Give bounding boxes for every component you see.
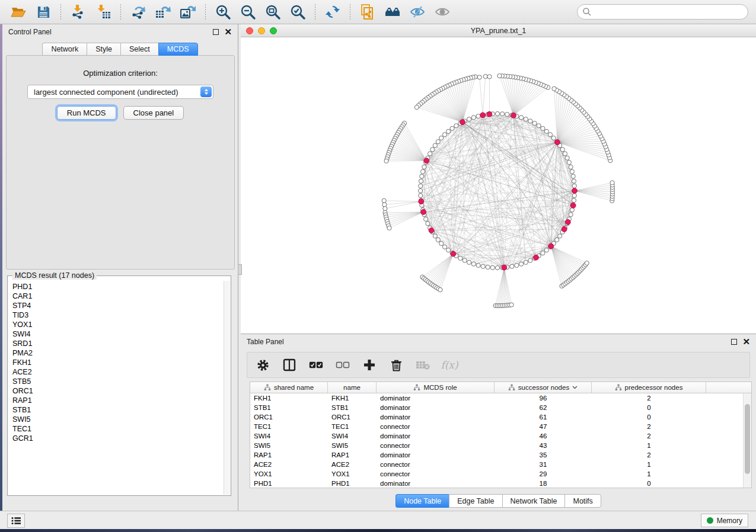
table-row[interactable]: STB1STB1dominator620 [250, 403, 743, 412]
close-panel-button[interactable]: Close panel [123, 106, 184, 120]
node-table-body[interactable]: FKH1FKH1dominator962STB1STB1dominator620… [250, 393, 743, 488]
show-columns-icon[interactable] [282, 358, 296, 372]
mcds-result-item[interactable]: SWI4 [12, 329, 224, 339]
import-table-icon[interactable] [94, 3, 112, 21]
tab-node-table[interactable]: Node Table [395, 494, 449, 508]
add-row-icon[interactable] [362, 358, 377, 372]
table-row[interactable]: YOX1YOX1connector291 [250, 469, 743, 479]
cell-successor-nodes: 46 [495, 432, 592, 440]
cell-shared-name: ACE2 [250, 461, 328, 468]
table-scrollbar-thumb[interactable] [745, 404, 750, 474]
new-network-from-selection-icon[interactable] [359, 3, 377, 21]
table-row[interactable]: ACE2ACE2connector311 [250, 460, 743, 469]
close-table-panel-icon[interactable]: ✕ [742, 339, 750, 345]
zoom-in-icon[interactable] [214, 3, 232, 21]
mcds-result-item[interactable]: CAR1 [12, 291, 224, 301]
control-panel-title: Control Panel [8, 28, 52, 36]
mcds-result-item[interactable]: ORC1 [12, 386, 224, 396]
zoom-fit-icon[interactable] [264, 3, 282, 21]
zoom-selected-icon[interactable] [289, 3, 307, 21]
export-table-icon[interactable] [154, 3, 172, 21]
find-icon[interactable] [384, 3, 401, 21]
mcds-result-item[interactable]: STP4 [12, 301, 224, 310]
mcds-result-item[interactable]: SRD1 [12, 339, 224, 348]
tab-style[interactable]: Style [87, 43, 120, 56]
tab-mcds[interactable]: MCDS [158, 43, 198, 56]
mcds-result-item[interactable]: ACE2 [12, 367, 224, 377]
refresh-layout-icon[interactable] [324, 3, 342, 21]
cell-shared-name: SWI5 [250, 442, 328, 449]
mcds-result-item[interactable]: STB5 [12, 377, 224, 386]
cell-name: FKH1 [328, 395, 377, 402]
table-row[interactable]: RAP1RAP1dominator352 [250, 450, 743, 460]
table-row[interactable]: ORC1ORC1dominator610 [250, 412, 743, 422]
table-row[interactable]: SWI5SWI5connector431 [250, 441, 743, 450]
status-bar: Memory [0, 511, 756, 529]
search-field[interactable] [577, 4, 748, 20]
column-header-predecessor-nodes[interactable]: predecessor nodes [592, 382, 706, 393]
settings-gear-icon[interactable] [256, 358, 270, 372]
mcds-result-item[interactable]: SWI5 [12, 415, 224, 424]
mcds-result-item[interactable]: PHD1 [12, 282, 224, 291]
mcds-result-list[interactable]: PHD1CAR1STP4TID3YOX1SWI4SRD1PMA2FKH1ACE2… [8, 281, 224, 495]
network-canvas[interactable] [241, 37, 756, 334]
run-mcds-button[interactable]: Run MCDS [57, 106, 116, 120]
save-session-icon[interactable] [34, 3, 52, 21]
cell-shared-name: FKH1 [250, 395, 328, 402]
tab-select[interactable]: Select [120, 43, 158, 56]
mcds-result-item[interactable]: GCR1 [12, 434, 224, 443]
show-all-icon[interactable] [433, 3, 451, 21]
memory-button[interactable]: Memory [701, 514, 748, 527]
table-panel: Table Panel ✕ f(x) shared namenameMCDS [241, 334, 756, 511]
mcds-result-item[interactable]: FKH1 [12, 358, 224, 367]
table-row[interactable]: PHD1PHD1dominator180 [250, 479, 743, 488]
import-network-icon[interactable] [69, 3, 87, 21]
column-header-name[interactable]: name [328, 382, 377, 393]
float-table-panel-icon[interactable] [731, 339, 737, 345]
cell-shared-name: RAP1 [250, 451, 328, 459]
tab-motifs[interactable]: Motifs [564, 494, 601, 508]
mcds-result-item[interactable]: TEC1 [12, 424, 224, 434]
open-file-icon[interactable] [9, 3, 27, 21]
tab-edge-table[interactable]: Edge Table [449, 494, 502, 508]
network-window-titlebar[interactable]: YPA_prune.txt_1 [241, 24, 756, 37]
column-header-successor-nodes[interactable]: successor nodes [495, 382, 592, 393]
close-panel-icon[interactable]: ✕ [224, 29, 232, 35]
network-window-title: YPA_prune.txt_1 [241, 27, 756, 35]
delete-table-icon [416, 358, 430, 372]
mcds-result-item[interactable]: PMA2 [12, 348, 224, 358]
cell-shared-name: ORC1 [250, 414, 328, 421]
table-row[interactable]: SWI4SWI4dominator462 [250, 431, 743, 441]
panel-divider-handle[interactable] [238, 264, 242, 275]
search-input[interactable] [592, 6, 748, 18]
tab-network[interactable]: Network [42, 43, 87, 56]
column-header-shared-name[interactable]: shared name [250, 382, 328, 393]
column-header-MCDS-role[interactable]: MCDS role [377, 382, 495, 393]
export-image-icon[interactable] [179, 3, 197, 21]
float-panel-icon[interactable] [213, 29, 219, 35]
optimization-criterion-select[interactable]: largest connected component (undirected) [27, 85, 213, 99]
mcds-result-item[interactable]: STB1 [12, 405, 224, 415]
table-row[interactable]: FKH1FKH1dominator962 [250, 393, 743, 403]
deselect-all-icon[interactable] [336, 358, 350, 372]
tab-network-table[interactable]: Network Table [502, 494, 565, 508]
cell-successor-nodes: 96 [495, 395, 592, 402]
mcds-result-item[interactable]: TID3 [12, 310, 224, 320]
mcds-result-item[interactable]: YOX1 [12, 320, 224, 329]
cell-MCDS-role: dominator [377, 480, 495, 487]
column-label: MCDS role [423, 384, 457, 391]
select-all-icon[interactable] [309, 358, 323, 372]
cell-MCDS-role: connector [377, 461, 495, 468]
export-network-icon[interactable] [129, 3, 147, 21]
hide-selected-icon[interactable] [409, 3, 426, 21]
cell-predecessor-nodes: 0 [592, 404, 706, 411]
list-icon [11, 517, 21, 525]
mcds-result-scrollbar[interactable] [224, 281, 230, 495]
table-scrollbar[interactable] [743, 393, 751, 488]
mcds-result-item[interactable]: RAP1 [12, 396, 224, 405]
panel-menu-button[interactable] [7, 514, 25, 528]
table-row[interactable]: TEC1TEC1connector472 [250, 422, 743, 431]
control-panel-tabs: NetworkStyleSelectMCDS [2, 43, 238, 56]
delete-row-icon[interactable] [389, 358, 403, 372]
zoom-out-icon[interactable] [239, 3, 257, 21]
